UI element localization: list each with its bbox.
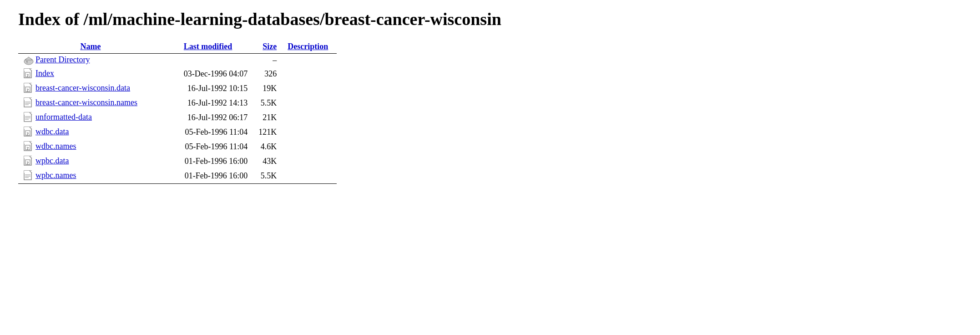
table-footer-cell [18,183,337,186]
file-modified-cell [163,54,253,67]
file-size-cell: 43K [253,154,282,169]
file-description-cell [282,125,337,140]
unknown-file-icon: ? [24,141,34,153]
file-modified-cell: 01-Feb-1996 16:00 [163,169,253,184]
file-name-cell: breast-cancer-wisconsin.names [18,96,163,111]
file-link[interactable]: wdbc.names [35,142,76,151]
svg-text:?: ? [27,88,29,92]
unknown-file-icon: ? [24,156,34,168]
file-link[interactable]: breast-cancer-wisconsin.names [35,98,137,107]
text-file-icon [24,112,34,124]
file-size-cell: 4.6K [253,140,282,154]
col-header-description-link[interactable]: Description [288,42,328,51]
file-link[interactable]: wpbc.names [35,171,76,180]
file-link[interactable]: wdbc.data [35,127,69,136]
unknown-file-icon: ? [24,68,34,80]
file-modified-cell: 16-Jul-1992 06:17 [163,111,253,125]
col-header-modified-link[interactable]: Last modified [184,42,232,51]
col-header-size-link[interactable]: Size [263,42,277,51]
file-description-cell [282,54,337,67]
file-description-cell [282,67,337,81]
file-name-cell: ? breast-cancer-wisconsin.data [18,81,163,96]
file-modified-cell: 16-Jul-1992 10:15 [163,81,253,96]
file-name-cell: ? Index [18,67,163,81]
svg-text:?: ? [27,161,29,165]
svg-text:?: ? [27,146,29,151]
unknown-file-icon: ? [24,83,34,95]
table-row: ? wdbc.data05-Feb-1996 11:04121K [18,125,337,140]
svg-text:?: ? [27,132,29,136]
unknown-file-icon: ? [24,127,34,138]
file-size-cell: 5.5K [253,96,282,111]
file-description-cell [282,140,337,154]
parent-icon: ↑ [24,56,34,66]
file-link[interactable]: Parent Directory [35,55,90,64]
table-row: ↑ Parent Directory– [18,54,337,67]
file-size-cell: 19K [253,81,282,96]
file-description-cell [282,111,337,125]
file-name-cell: ? wdbc.names [18,140,163,154]
file-modified-cell: 05-Feb-1996 11:04 [163,125,253,140]
file-link[interactable]: unformatted-data [35,112,92,122]
file-link[interactable]: breast-cancer-wisconsin.data [35,83,130,92]
page-title: Index of /ml/machine-learning-databases/… [18,9,962,29]
file-name-cell: wpbc.names [18,169,163,184]
text-file-icon [24,97,34,109]
file-description-cell [282,81,337,96]
col-header-modified: Last modified [163,40,253,54]
table-header-row: Name Last modified Size Description [18,40,337,54]
file-size-cell: 5.5K [253,169,282,184]
file-modified-cell: 03-Dec-1996 04:07 [163,67,253,81]
table-row: ? wdbc.names05-Feb-1996 11:044.6K [18,140,337,154]
svg-text:?: ? [27,73,29,78]
file-size-cell: 326 [253,67,282,81]
col-header-description: Description [282,40,337,54]
table-row: breast-cancer-wisconsin.names16-Jul-1992… [18,96,337,111]
col-header-name-link[interactable]: Name [80,42,101,51]
file-size-cell: 21K [253,111,282,125]
svg-text:↑: ↑ [26,60,28,64]
file-modified-cell: 16-Jul-1992 14:13 [163,96,253,111]
col-header-size: Size [253,40,282,54]
file-description-cell [282,96,337,111]
file-size-cell: – [253,54,282,67]
file-name-cell: unformatted-data [18,111,163,125]
table-row: ? wpbc.data01-Feb-1996 16:0043K [18,154,337,169]
table-row: ? breast-cancer-wisconsin.data16-Jul-199… [18,81,337,96]
table-row: unformatted-data16-Jul-1992 06:1721K [18,111,337,125]
file-name-cell: ↑ Parent Directory [18,54,163,67]
col-header-name: Name [18,40,163,54]
file-modified-cell: 01-Feb-1996 16:00 [163,154,253,169]
table-footer-row [18,183,337,186]
file-size-cell: 121K [253,125,282,140]
file-link[interactable]: Index [35,69,54,78]
file-description-cell [282,169,337,184]
file-description-cell [282,154,337,169]
table-row: ? Index03-Dec-1996 04:07326 [18,67,337,81]
file-name-cell: ? wdbc.data [18,125,163,140]
table-row: wpbc.names01-Feb-1996 16:005.5K [18,169,337,184]
text-file-icon [24,170,34,182]
file-listing-table: Name Last modified Size Description ↑ Pa… [18,40,337,186]
file-modified-cell: 05-Feb-1996 11:04 [163,140,253,154]
file-name-cell: ? wpbc.data [18,154,163,169]
file-link[interactable]: wpbc.data [35,156,69,165]
